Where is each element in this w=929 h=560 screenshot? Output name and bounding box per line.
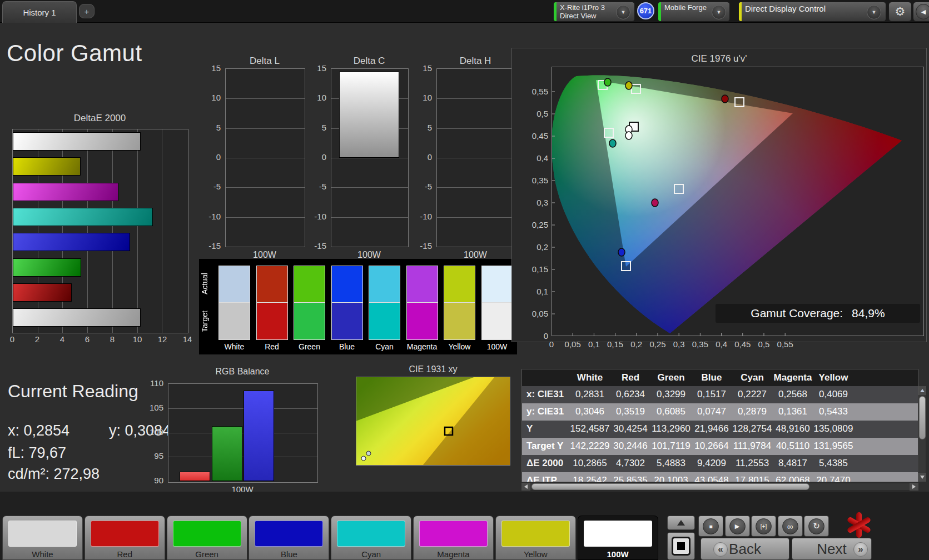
tick-label: -15 [410, 241, 432, 251]
deltae-bar-yellow [13, 157, 81, 176]
tick-label: 0,3 [668, 339, 690, 349]
row-label: Y [526, 423, 533, 434]
rgb-bar-blue [244, 391, 274, 481]
play-button-icon: ▶ [729, 518, 746, 534]
actual-swatch-yellow [444, 266, 475, 303]
actual-swatch-white [218, 266, 250, 303]
measured-point-blue [618, 248, 625, 256]
tick-label: 12 [156, 334, 169, 344]
tick-label: 110 [140, 378, 163, 388]
tick-label: 5 [304, 123, 326, 132]
patch-swatch [419, 521, 488, 547]
tick-label: 95 [140, 451, 163, 461]
tick-label: 0,5 [753, 339, 775, 349]
rgb-bar-red [180, 472, 210, 482]
single-measure-button[interactable]: [+] [751, 516, 776, 537]
patch-button-red[interactable]: Red [85, 516, 165, 560]
delta-bar [339, 72, 399, 158]
pattern-window-icon [672, 537, 690, 556]
current-reading-x: x: 0,2854 [8, 422, 69, 439]
scroll-up-button[interactable] [918, 386, 926, 395]
gridline [331, 217, 408, 218]
patch-swatch [584, 521, 652, 547]
cie1931-point [361, 456, 366, 461]
patch-button-100w[interactable]: 100W [578, 516, 658, 560]
meter-dropdown[interactable]: X-Rite i1Pro 3 Direct View ▼ [553, 2, 635, 22]
continuous-measure-button[interactable]: ∞ [778, 516, 803, 537]
display-control-dropdown[interactable]: Direct Display Control ▼ [738, 2, 886, 22]
patch-swatch [173, 521, 241, 547]
next-button[interactable]: Next» [792, 538, 872, 560]
patch-label: Magenta [414, 549, 493, 559]
next-icon: » [853, 542, 868, 557]
collapse-panel-icon[interactable]: ◀ [913, 2, 929, 22]
single-measure-button-icon: [+] [756, 518, 772, 534]
stop-button[interactable]: ■ [698, 516, 723, 537]
history-tab[interactable]: History 1 [2, 1, 77, 23]
scroll-right-button[interactable] [910, 483, 918, 491]
add-tab-button[interactable]: + [79, 4, 95, 18]
back-button[interactable]: «Back [701, 538, 789, 560]
table-cell: 113,2960 [651, 423, 691, 434]
arrow-left-icon [524, 484, 528, 489]
gamut-coverage: Gamut Coverage: 84,9% [716, 304, 920, 323]
table-cell: 0,3299 [651, 389, 691, 400]
patch-button-white[interactable]: White [2, 516, 83, 560]
continuous-measure-button-icon: ∞ [782, 518, 798, 534]
back-label: Back [729, 541, 761, 558]
patch-label: White [3, 549, 82, 559]
gridline [226, 98, 305, 99]
tick-label: 0,25 [647, 339, 669, 349]
patch-button-blue[interactable]: Blue [249, 516, 329, 560]
source-status-stripe [658, 2, 661, 21]
scroll-thumb[interactable] [919, 396, 926, 439]
rgb-balance-title: RGB Balance [168, 367, 317, 377]
tick-label: 105 [140, 403, 163, 412]
scroll-down-button[interactable] [918, 473, 926, 482]
gridline [437, 158, 515, 158]
actual-swatch-red [256, 266, 288, 303]
tick-label: 0,05 [562, 339, 584, 349]
row-label: y: CIE31 [526, 406, 564, 417]
scroll-patches-up-button[interactable] [667, 516, 695, 530]
meter-status-stripe [554, 2, 557, 21]
play-button[interactable]: ▶ [725, 516, 750, 537]
chevron-down-icon[interactable]: ▼ [867, 5, 881, 19]
target-swatch-cyan [369, 303, 400, 340]
patch-button-cyan[interactable]: Cyan [331, 516, 411, 560]
table-cell: 101,7119 [651, 441, 691, 452]
tick-label: 15 [198, 63, 221, 73]
tick-label: 0,2 [521, 242, 548, 252]
target-swatch-blue [331, 303, 363, 340]
table-cell: 0,1517 [692, 389, 732, 400]
patch-button-magenta[interactable]: Magenta [413, 516, 494, 560]
target-row-label: Target [200, 303, 209, 340]
scroll-thumb[interactable] [531, 483, 809, 490]
tick-label: 14 [181, 334, 194, 344]
tick-label: 0,35 [689, 339, 711, 349]
table-cell: 5,4883 [651, 458, 691, 469]
measuring-indicator-icon [845, 511, 873, 539]
gear-icon[interactable]: ⚙ [888, 2, 912, 22]
patch-button-yellow[interactable]: Yellow [495, 516, 576, 560]
refresh-button[interactable]: ↻ [804, 516, 829, 537]
tick-label: 2 [31, 334, 44, 344]
pattern-window-button[interactable] [667, 532, 695, 560]
source-dropdown[interactable]: Mobile Forge ▼ [658, 2, 730, 22]
actual-target-swatch-panel: ActualTargetWhiteRedGreenBlueCyanMagenta… [199, 259, 517, 354]
actual-swatch-100w [481, 266, 513, 303]
gridline [331, 187, 408, 188]
table-cell: 142,2229 [570, 441, 610, 452]
chevron-down-icon[interactable]: ▼ [616, 5, 630, 19]
tick-label: 0 [540, 339, 563, 349]
chevron-down-icon[interactable]: ▼ [712, 5, 726, 19]
patch-button-green[interactable]: Green [167, 516, 247, 560]
tick-label: 0,15 [521, 264, 548, 274]
actual-swatch-green [294, 266, 325, 303]
back-icon: « [713, 542, 728, 557]
table-cell: 0,2568 [773, 389, 813, 400]
app-root: History 1 + X-Rite i1Pro 3 Direct View ▼… [0, 0, 929, 560]
deltae2000-chart [12, 129, 188, 333]
measurement-count-badge: 671 [637, 2, 654, 19]
scroll-left-button[interactable] [521, 483, 530, 491]
